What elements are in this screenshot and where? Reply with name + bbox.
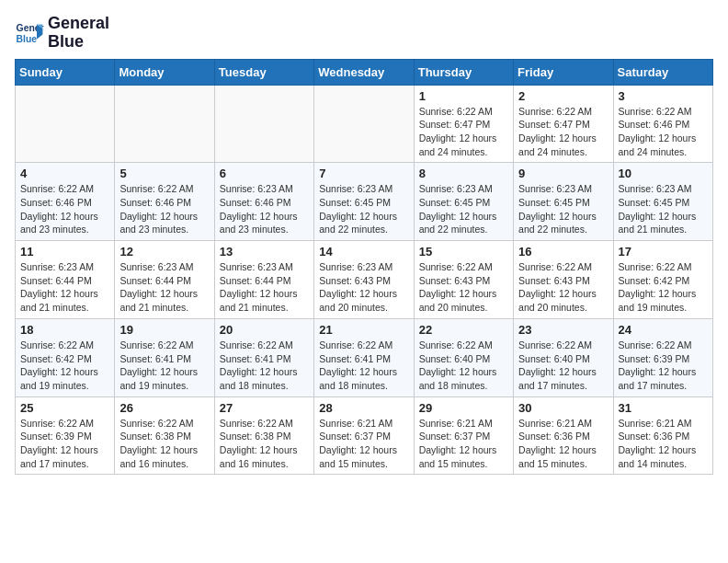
calendar-cell: 10Sunrise: 6:23 AMSunset: 6:45 PMDayligh…: [613, 163, 712, 241]
logo-text-blue: Blue: [48, 33, 109, 52]
calendar-cell: 18Sunrise: 6:22 AMSunset: 6:42 PMDayligh…: [16, 318, 115, 396]
calendar-cell: 23Sunrise: 6:22 AMSunset: 6:40 PMDayligh…: [514, 318, 613, 396]
calendar-cell: 11Sunrise: 6:23 AMSunset: 6:44 PMDayligh…: [16, 241, 115, 319]
day-number: 25: [20, 401, 109, 415]
day-info: Sunrise: 6:21 AMSunset: 6:37 PMDaylight:…: [419, 417, 508, 471]
day-info: Sunrise: 6:22 AMSunset: 6:43 PMDaylight:…: [419, 260, 508, 315]
calendar-cell: [115, 85, 214, 163]
calendar-cell: 4Sunrise: 6:22 AMSunset: 6:46 PMDaylight…: [16, 163, 115, 241]
day-info: Sunrise: 6:22 AMSunset: 6:41 PMDaylight:…: [220, 339, 309, 393]
day-info: Sunrise: 6:22 AMSunset: 6:47 PMDaylight:…: [419, 105, 508, 159]
calendar-cell: 29Sunrise: 6:21 AMSunset: 6:37 PMDayligh…: [414, 396, 513, 475]
logo-icon: General Blue: [15, 18, 44, 48]
calendar-cell: 15Sunrise: 6:22 AMSunset: 6:43 PMDayligh…: [414, 241, 513, 319]
calendar-cell: 26Sunrise: 6:22 AMSunset: 6:38 PMDayligh…: [115, 396, 214, 475]
day-info: Sunrise: 6:22 AMSunset: 6:41 PMDaylight:…: [119, 339, 209, 393]
day-info: Sunrise: 6:23 AMSunset: 6:44 PMDaylight:…: [119, 260, 209, 315]
day-number: 31: [619, 401, 708, 415]
day-info: Sunrise: 6:22 AMSunset: 6:43 PMDaylight:…: [518, 260, 608, 315]
calendar-header-row: SundayMondayTuesdayWednesdayThursdayFrid…: [16, 59, 713, 85]
calendar-cell: 27Sunrise: 6:22 AMSunset: 6:38 PMDayligh…: [214, 396, 313, 475]
calendar-cell: 24Sunrise: 6:22 AMSunset: 6:39 PMDayligh…: [613, 318, 712, 396]
day-number: 28: [319, 401, 408, 415]
calendar-week-row: 25Sunrise: 6:22 AMSunset: 6:39 PMDayligh…: [16, 396, 713, 475]
day-number: 9: [518, 167, 608, 180]
day-info: Sunrise: 6:21 AMSunset: 6:37 PMDaylight:…: [319, 417, 408, 471]
calendar-cell: 2Sunrise: 6:22 AMSunset: 6:47 PMDaylight…: [514, 85, 613, 163]
day-info: Sunrise: 6:23 AMSunset: 6:45 PMDaylight:…: [518, 182, 608, 236]
calendar-cell: 5Sunrise: 6:22 AMSunset: 6:46 PMDaylight…: [115, 163, 214, 241]
page-header: General Blue General Blue: [15, 15, 713, 52]
day-info: Sunrise: 6:22 AMSunset: 6:42 PMDaylight:…: [20, 339, 109, 393]
calendar-cell: 17Sunrise: 6:22 AMSunset: 6:42 PMDayligh…: [613, 241, 712, 319]
day-info: Sunrise: 6:23 AMSunset: 6:45 PMDaylight:…: [319, 182, 408, 236]
day-number: 11: [20, 245, 109, 259]
calendar-cell: 7Sunrise: 6:23 AMSunset: 6:45 PMDaylight…: [314, 163, 414, 241]
day-info: Sunrise: 6:22 AMSunset: 6:39 PMDaylight:…: [20, 417, 109, 471]
day-number: 24: [619, 323, 708, 337]
day-number: 13: [220, 245, 309, 259]
day-info: Sunrise: 6:22 AMSunset: 6:47 PMDaylight:…: [518, 105, 608, 159]
header-monday: Monday: [115, 59, 214, 85]
header-saturday: Saturday: [613, 59, 712, 85]
calendar-cell: 31Sunrise: 6:21 AMSunset: 6:36 PMDayligh…: [613, 396, 712, 475]
day-number: 26: [119, 401, 209, 415]
day-info: Sunrise: 6:23 AMSunset: 6:46 PMDaylight:…: [220, 182, 309, 236]
calendar-cell: [314, 85, 414, 163]
day-number: 29: [419, 401, 508, 415]
calendar-cell: 1Sunrise: 6:22 AMSunset: 6:47 PMDaylight…: [414, 85, 513, 163]
day-number: 10: [619, 167, 708, 180]
day-info: Sunrise: 6:22 AMSunset: 6:42 PMDaylight:…: [619, 260, 708, 315]
day-info: Sunrise: 6:23 AMSunset: 6:44 PMDaylight:…: [220, 260, 309, 315]
day-number: 22: [419, 323, 508, 337]
day-number: 7: [319, 167, 408, 180]
calendar-cell: 8Sunrise: 6:23 AMSunset: 6:45 PMDaylight…: [414, 163, 513, 241]
day-info: Sunrise: 6:22 AMSunset: 6:39 PMDaylight:…: [619, 339, 708, 393]
day-number: 4: [20, 167, 109, 180]
day-number: 30: [518, 401, 608, 415]
day-info: Sunrise: 6:22 AMSunset: 6:38 PMDaylight:…: [220, 417, 309, 471]
day-number: 8: [419, 167, 508, 180]
calendar-cell: [214, 85, 313, 163]
day-number: 14: [319, 245, 408, 259]
day-info: Sunrise: 6:22 AMSunset: 6:40 PMDaylight:…: [419, 339, 508, 393]
day-info: Sunrise: 6:22 AMSunset: 6:46 PMDaylight:…: [619, 105, 708, 159]
calendar-week-row: 18Sunrise: 6:22 AMSunset: 6:42 PMDayligh…: [16, 318, 713, 396]
calendar-cell: 16Sunrise: 6:22 AMSunset: 6:43 PMDayligh…: [514, 241, 613, 319]
day-number: 6: [220, 167, 309, 180]
day-info: Sunrise: 6:22 AMSunset: 6:46 PMDaylight:…: [20, 182, 109, 236]
header-tuesday: Tuesday: [214, 59, 313, 85]
day-info: Sunrise: 6:22 AMSunset: 6:46 PMDaylight:…: [119, 182, 209, 236]
day-number: 12: [119, 245, 209, 259]
calendar-cell: 25Sunrise: 6:22 AMSunset: 6:39 PMDayligh…: [16, 396, 115, 475]
day-info: Sunrise: 6:23 AMSunset: 6:44 PMDaylight:…: [20, 260, 109, 315]
day-number: 19: [119, 323, 209, 337]
header-wednesday: Wednesday: [314, 59, 414, 85]
header-sunday: Sunday: [16, 59, 115, 85]
day-number: 2: [518, 89, 608, 103]
calendar-cell: 19Sunrise: 6:22 AMSunset: 6:41 PMDayligh…: [115, 318, 214, 396]
day-number: 3: [619, 89, 708, 103]
day-number: 21: [319, 323, 408, 337]
day-info: Sunrise: 6:22 AMSunset: 6:40 PMDaylight:…: [518, 339, 608, 393]
calendar-cell: 28Sunrise: 6:21 AMSunset: 6:37 PMDayligh…: [314, 396, 414, 475]
day-number: 20: [220, 323, 309, 337]
calendar-cell: 9Sunrise: 6:23 AMSunset: 6:45 PMDaylight…: [514, 163, 613, 241]
calendar-cell: 21Sunrise: 6:22 AMSunset: 6:41 PMDayligh…: [314, 318, 414, 396]
day-info: Sunrise: 6:22 AMSunset: 6:38 PMDaylight:…: [119, 417, 209, 471]
calendar-cell: 14Sunrise: 6:23 AMSunset: 6:43 PMDayligh…: [314, 241, 414, 319]
day-number: 5: [119, 167, 209, 180]
calendar-cell: [16, 85, 115, 163]
calendar-cell: 20Sunrise: 6:22 AMSunset: 6:41 PMDayligh…: [214, 318, 313, 396]
day-number: 18: [20, 323, 109, 337]
calendar-week-row: 1Sunrise: 6:22 AMSunset: 6:47 PMDaylight…: [16, 85, 713, 163]
day-number: 1: [419, 89, 508, 103]
calendar-week-row: 11Sunrise: 6:23 AMSunset: 6:44 PMDayligh…: [16, 241, 713, 319]
day-number: 23: [518, 323, 608, 337]
day-info: Sunrise: 6:22 AMSunset: 6:41 PMDaylight:…: [319, 339, 408, 393]
calendar-cell: 6Sunrise: 6:23 AMSunset: 6:46 PMDaylight…: [214, 163, 313, 241]
day-number: 16: [518, 245, 608, 259]
svg-text:Blue: Blue: [17, 33, 38, 43]
logo: General Blue General Blue: [15, 15, 109, 52]
calendar-table: SundayMondayTuesdayWednesdayThursdayFrid…: [15, 59, 713, 476]
